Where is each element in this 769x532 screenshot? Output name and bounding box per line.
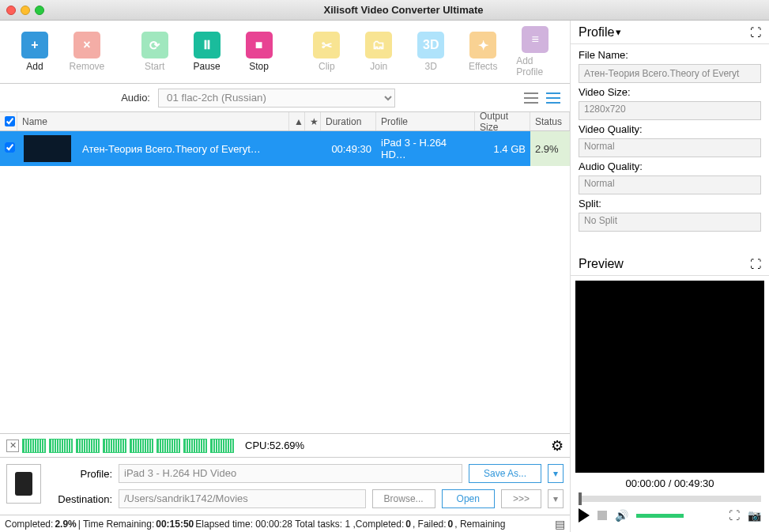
zoom-window-icon[interactable] <box>35 6 44 15</box>
add-button[interactable]: +Add <box>16 32 54 72</box>
remove-icon: × <box>74 32 100 58</box>
col-star[interactable]: ★ <box>305 112 321 130</box>
start-icon: ⟳ <box>141 32 168 58</box>
effects-button: ✦Effects <box>464 32 502 72</box>
add-icon: + <box>21 32 48 58</box>
col-profile[interactable]: Profile <box>376 112 475 130</box>
stop-icon[interactable] <box>597 511 607 520</box>
profile-footer: Profile: iPad 3 - H.264 HD Video Save As… <box>0 457 570 515</box>
thumbnail <box>24 135 71 162</box>
cpu-row: ✕ CPU:52.69% ⚙ <box>0 433 570 457</box>
row-status: 2.9% <box>530 131 570 166</box>
titlebar: Xilisoft Video Converter Ultimate <box>0 0 769 21</box>
videoquality-label: Video Quality: <box>579 123 761 135</box>
cpu-label: CPU:52.69% <box>245 440 304 451</box>
gear-icon[interactable]: ⚙ <box>551 437 564 455</box>
cpu-core-bar <box>183 439 207 453</box>
device-icon <box>6 464 41 504</box>
volume-icon[interactable]: 🔊 <box>615 509 628 522</box>
close-cpu-icon[interactable]: ✕ <box>6 440 19 452</box>
select-all-checkbox[interactable] <box>0 112 17 130</box>
fullscreen-icon[interactable]: ⛶ <box>729 509 740 522</box>
row-checkbox[interactable] <box>5 142 15 153</box>
list-header: Name ▲ ★ Duration Profile Output Size St… <box>0 112 570 131</box>
tool-label: Stop <box>249 61 269 72</box>
tool-label: Remove <box>70 61 105 72</box>
tool-label: Add <box>26 61 43 72</box>
videosize-select[interactable]: 1280x720 <box>579 101 761 120</box>
preview-video[interactable] <box>575 281 764 473</box>
videoquality-select[interactable]: Normal <box>579 138 761 157</box>
sort-icon[interactable]: ▲ <box>289 112 305 130</box>
filename-field[interactable] <box>579 64 761 83</box>
status-bar: Completed: 2.9% | Time Remaining: 00:15:… <box>0 515 570 532</box>
audio-row: Audio: 01 flac-2ch (Russian) <box>0 84 570 112</box>
row-name: Атен-Теория Всего.Theory of Everyt… <box>77 143 321 155</box>
chevron-down-icon[interactable]: ▾ <box>616 26 621 38</box>
save-as-button[interactable]: Save As... <box>469 464 541 483</box>
detail-view-icon[interactable] <box>545 91 562 105</box>
seek-slider[interactable] <box>579 496 761 502</box>
browse-button[interactable]: Browse... <box>372 489 435 508</box>
col-size[interactable]: Output Size <box>475 112 530 130</box>
split-select[interactable]: No Split <box>579 213 761 232</box>
tool-label: Effects <box>469 61 497 72</box>
audio-select[interactable]: 01 flac-2ch (Russian) <box>158 89 395 108</box>
pause-button[interactable]: ⏸Pause <box>188 32 226 72</box>
expand-icon[interactable]: ⛶ <box>750 26 761 39</box>
col-name[interactable]: Name <box>17 112 289 130</box>
videosize-label: Video Size: <box>579 86 761 98</box>
cpu-core-bar <box>210 439 234 453</box>
snapshot-icon[interactable]: 📷 <box>748 509 761 522</box>
split-label: Split: <box>579 198 761 209</box>
preview-panel-header: Preview ⛶ <box>571 252 769 276</box>
volume-slider[interactable] <box>636 514 684 518</box>
cpu-core-bar <box>156 439 180 453</box>
profile-panel-title: Profile <box>579 25 614 40</box>
cpu-core-bar <box>22 439 46 453</box>
cpu-core-bar <box>49 439 73 453</box>
merge-dropdown[interactable]: ▾ <box>548 489 564 508</box>
audioquality-select[interactable]: Normal <box>579 175 761 194</box>
stop-icon: ■ <box>246 32 273 58</box>
play-icon[interactable] <box>579 508 590 523</box>
table-row[interactable]: Атен-Теория Всего.Theory of Everyt… 00:4… <box>0 131 570 166</box>
addprofile-icon: ≡ <box>522 26 548 53</box>
cpu-core-bar <box>130 439 153 453</box>
remove-button: ×Remove <box>68 32 106 72</box>
start-button: ⟳Start <box>136 32 174 72</box>
main-toolbar: +Add×Remove⟳Start⏸Pause■Stop✂Clip🗂Join3D… <box>0 21 570 84</box>
3d-button: 3D3D <box>412 32 450 72</box>
stop-button[interactable]: ■Stop <box>240 32 278 72</box>
cpu-core-bar <box>103 439 126 453</box>
audio-label: Audio: <box>8 92 150 104</box>
save-as-dropdown[interactable]: ▾ <box>548 464 564 483</box>
profile-select[interactable]: iPad 3 - H.264 HD Video <box>119 464 462 483</box>
close-window-icon[interactable] <box>6 6 16 15</box>
window-controls <box>6 6 44 15</box>
cpu-core-bar <box>76 439 100 453</box>
audioquality-label: Audio Quality: <box>579 160 761 172</box>
log-icon[interactable]: ▤ <box>555 518 565 530</box>
col-duration[interactable]: Duration <box>321 112 376 130</box>
tool-label: Join <box>370 61 387 72</box>
list-view-icon[interactable] <box>522 91 540 105</box>
destination-field[interactable]: /Users/sandrik1742/Movies <box>119 489 366 508</box>
expand-icon[interactable]: ⛶ <box>750 258 761 270</box>
file-list: Атен-Теория Всего.Theory of Everyt… 00:4… <box>0 131 570 433</box>
join-button: 🗂Join <box>360 32 398 72</box>
preview-time: 00:00:00 / 00:49:30 <box>575 473 764 494</box>
join-icon: 🗂 <box>365 32 392 58</box>
3d-icon: 3D <box>417 32 444 58</box>
profile-label: Profile: <box>49 468 112 480</box>
col-status[interactable]: Status <box>530 112 570 130</box>
minimize-window-icon[interactable] <box>21 6 30 15</box>
merge-button[interactable]: >>> <box>501 489 541 508</box>
tool-label: Start <box>145 61 164 72</box>
effects-icon: ✦ <box>469 32 496 58</box>
filename-label: File Name: <box>579 49 761 61</box>
open-button[interactable]: Open <box>442 489 495 508</box>
row-profile: iPad 3 - H.264 HD… <box>376 137 475 160</box>
tool-label: Clip <box>319 61 335 72</box>
pause-icon: ⏸ <box>194 32 221 58</box>
